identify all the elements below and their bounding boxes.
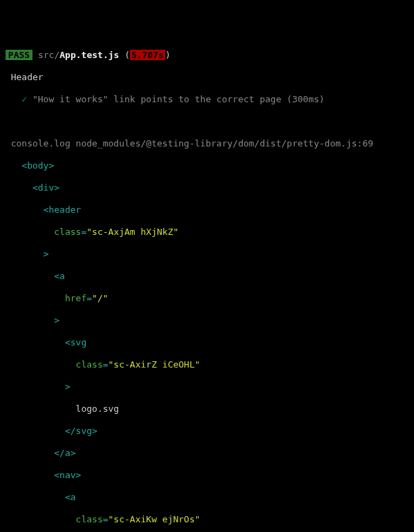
blank-line [0, 116, 414, 127]
dom-line: > [0, 249, 414, 260]
dom-line: <div> [0, 182, 414, 193]
test-result-line: PASS src/App.test.js (5.707s) [0, 50, 414, 61]
dom-line: href="/" [0, 293, 414, 304]
dom-line: class="sc-AxjAm hXjNkZ" [0, 227, 414, 238]
console-log-label: console.log [11, 138, 70, 149]
dom-line: </a> [0, 448, 414, 459]
dom-line: > [0, 315, 414, 326]
close-paren: ) [165, 50, 171, 60]
open-paren: ( [119, 50, 130, 60]
dom-line: </svg> [0, 426, 414, 437]
dom-line: class="sc-AxiKw ejNrOs" [0, 514, 414, 525]
dom-line: class="sc-AxirZ iCeOHL" [0, 359, 414, 370]
test-duration: 5.707s [130, 50, 165, 60]
suite-name: Header [11, 72, 44, 82]
dom-line: logo.svg [0, 403, 414, 415]
dom-line: <nav> [0, 470, 414, 481]
dom-line: > [0, 381, 414, 392]
test-file: App.test.js [59, 50, 119, 60]
console-log-line: console.log node_modules/@testing-librar… [0, 138, 414, 149]
check-icon: ✓ [21, 94, 27, 104]
dom-line: <svg [0, 337, 414, 348]
dom-line: <a [0, 271, 414, 282]
dom-line: <a [0, 492, 414, 503]
suite-name-line: Header [0, 72, 414, 83]
console-log-location: node_modules/@testing-library/dom/dist/p… [76, 138, 373, 149]
dom-line: <header [0, 205, 414, 216]
test-case-line: ✓ "How it works" link points to the corr… [0, 94, 414, 105]
path-prefix: src/ [38, 50, 59, 60]
test-case: "How it works" link points to the correc… [32, 94, 325, 104]
dom-line: <body> [0, 160, 414, 171]
pass-badge: PASS [6, 50, 32, 60]
